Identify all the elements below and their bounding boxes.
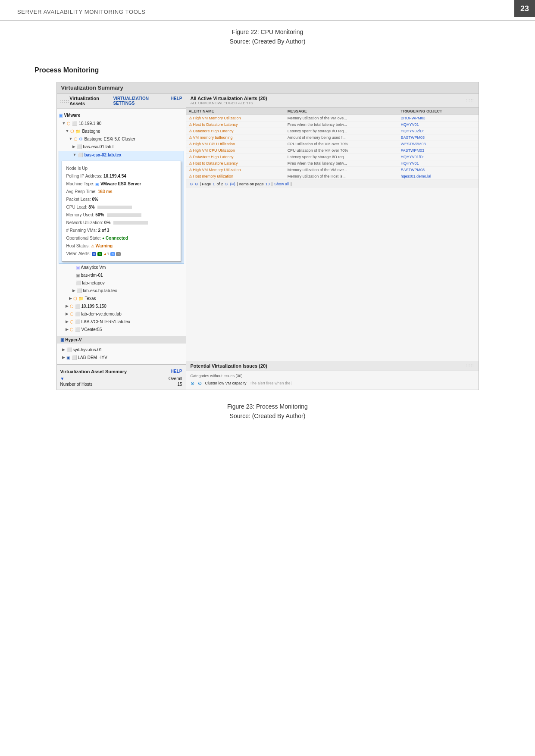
col-message: MESSAGE [285,108,398,115]
table-row[interactable]: ⚠Host to Datastore Latency Fires when th… [186,160,479,167]
warning-icon: ⚠ [189,129,192,133]
alert-object-cell: HQHYV01 [398,122,478,128]
lab-netapov-label: lab-netapov [82,280,105,287]
tooltip-memory: 50% [95,212,104,217]
tree-lab-netapov[interactable]: ⬜ lab-netapov [59,279,184,287]
hyperv-section: ▣ Hyper-V [57,336,186,344]
pag-nav2[interactable]: (∞) [230,182,235,186]
pag-sep: | Items on page [237,182,264,186]
tree-analytics-vm[interactable]: ▣ Analytics Vm [59,264,184,272]
tree-lab-dem-vc[interactable]: ▶ ⬡ ⬜ lab-dem-vc.demo.lab [59,310,184,318]
hyperv-tree: ▶ ⬜ syd-hyv-dus-01 ▶ ▣ ⬜ LAB-DEM-HYV [57,344,186,364]
table-row[interactable]: ⚠High VM Memory Utilization Memory utili… [186,115,479,122]
table-row[interactable]: ⚠High VM Memory Utilization Memory utili… [186,167,479,173]
pag-sep3: | [291,182,291,186]
tree-syd-hyv[interactable]: ▶ ⬜ syd-hyv-dus-01 [59,346,184,354]
pag-show-all[interactable]: Show all [274,182,289,186]
table-row[interactable]: ⚠Datastore High Latency Latency spent by… [186,128,479,134]
tooltip-op-state: Connected [106,236,128,241]
lab-esx-hp-label: lab-esx-hp.lab.tex [83,287,117,294]
figure22-section: Figure 22: CPU Monitoring Source: (Creat… [34,28,501,45]
tree-lab-dem-hyv[interactable]: ▶ ▣ ⬜ LAB-DEM-HYV [59,354,184,362]
alert-message-cell: Memory utilization of the VM ove... [285,167,398,173]
host-5150-label: 10.199.5.150 [81,303,106,310]
alert-name-cell: ⚠Host to Datastore Latency [186,160,285,167]
help-link[interactable]: HELP [171,96,182,106]
tooltip-polling-ip: 10.199.4.54 [103,174,126,178]
table-row[interactable]: ⚠High VM CPU Utilization CPU utilization… [186,141,479,147]
table-row[interactable]: ⚠Datastore High Latency Latency spent by… [186,154,479,160]
tree-host-5150[interactable]: ▶ ⬡ ⬜ 10.199.5.150 [59,303,184,310]
hosts-label: Number of Hosts [60,382,93,387]
tree-host-1990[interactable]: ▼ ⬡ ⬜ 10.199.1.90 [59,120,184,128]
alerts-table: ALERT NAME MESSAGE TRIGGERING OBJECT ⚠Hi… [186,108,479,180]
table-row[interactable]: ⚠Host to Datastore Latency Fires when th… [186,122,479,128]
tree-bas-rdm-01[interactable]: ▣ bas-rdm-01 [59,272,184,279]
alert-object-cell: WESTWPM03 [398,141,478,147]
alert-message-cell: Memory utilization of the Host is... [285,173,398,180]
tree-vcenter55[interactable]: ▶ ⬡ ⬜ VCenter55 [59,326,184,334]
col-alert-name: ALERT NAME [186,108,285,115]
tooltip-packet-loss: 0% [92,197,98,202]
bas-esx-02-label: bas-esx-02.lab.tex [84,152,121,159]
tree-bas-esx-02[interactable]: ▼ ⬜ bas-esx-02.lab.tex [59,151,184,159]
issue-desc-1: The alert fires when the | [250,381,293,385]
vcenter55-label: VCenter55 [81,326,102,333]
lab-dem-hyv-label: LAB-DEM-HYV [78,354,107,361]
alerts-panel: All Active Virtualization Alerts (20) AL… [186,94,479,361]
alert-message-cell: CPU utilization of the VM over 70% [285,147,398,154]
asset-summary-help[interactable]: HELP [171,369,182,374]
tooltip-host-status: Warning [96,244,113,248]
analytics-vm-label: Analytics Vm [81,264,106,271]
tree-vmware[interactable]: ▣ VMware [59,111,184,120]
tree-lab-esx-hp[interactable]: ▶ ⬜ lab-esx-hp.lab.tex [59,287,184,295]
col-triggering-object: TRIGGERING OBJECT [398,108,478,115]
alerts-subtitle: ALL UNACKNOWLEDGED ALERTS [191,101,267,105]
tree-bastogne-cluster[interactable]: ▼ ⬡ ⚙ Bastogne ESXi 5.0 Cluster [59,135,184,143]
pag-left2[interactable]: ⊙ [195,182,198,186]
alert-object-cell: BROFWPM03 [398,115,478,122]
pag-current[interactable]: 1 [213,182,215,186]
bastogne-label: Bastogne [82,128,100,135]
alerts-title: All Active Virtualization Alerts (20) [191,96,267,101]
tooltip-machine-type: VMware ESX Server [100,181,141,186]
process-monitoring-heading: Process Monitoring [34,66,501,74]
hosts-row: Number of Hosts 15 [60,381,182,387]
bastogne-cluster-label: Bastogne ESXi 5.0 Cluster [84,136,135,143]
tree-bas-esx-02-container: ▼ ⬜ bas-esx-02.lab.tex Node is Up Pollin… [59,151,184,264]
tree-texas[interactable]: ▶ ⬡ 📁 Texas [59,295,184,303]
tree-lab-vcenter51[interactable]: ▶ ⬡ ⬜ LAB-VCENTER51.lab.tex [59,318,184,326]
issue-name-1: Cluster low VM capacity [205,381,247,385]
alert-name-cell: ⚠Datastore High Latency [186,154,285,160]
asset-summary-panel: Virtualization Asset Summary HELP ▼ Over… [57,364,186,390]
issues-header: Potential Virtualization Issues (20) :::… [186,361,479,371]
alert-name-cell: ⚠High VM Memory Utilization [186,115,285,122]
alerts-header: All Active Virtualization Alerts (20) AL… [186,94,479,108]
tree-bastogne[interactable]: ▼ ⬡ 📁 Bastogne [59,128,184,135]
table-row[interactable]: ⚠Host memory utilization Memory utilizat… [186,173,479,180]
tooltip-network: 0% [104,220,110,225]
figure23-section: Figure 23: Process Monitoring Source: (C… [34,403,501,419]
alert-object-cell: EASTWPM03 [398,134,478,141]
pag-nav1[interactable]: ⊙ [225,182,228,186]
figure22-caption: Figure 22: CPU Monitoring [34,28,501,35]
warning-icon: ⚠ [189,122,192,127]
issue-row-1: ⊙ ⊙ Cluster low VM capacity The alert fi… [191,380,474,387]
issues-categories: Categories without issues (30) [191,374,474,378]
alert-message-cell: Amount of memory being used f... [285,134,398,141]
alert-name-cell: ⚠VM memory ballooning [186,134,285,141]
tree-bas-esx-01[interactable]: ▶ ⬜ bas-esx-01.lab.t [59,143,184,151]
virt-settings-link[interactable]: VIRTUALIZATION SETTINGS [113,96,167,106]
asset-summary-title: Virtualization Asset Summary HELP [60,367,182,376]
alert-object-cell: HQHYV02/D: [398,128,478,134]
panel-links[interactable]: VIRTUALIZATION SETTINGS HELP [113,96,182,106]
table-row[interactable]: ⚠High VM CPU Utilization CPU utilization… [186,147,479,154]
widget-title: Virtualization Summary [57,82,479,94]
pag-items[interactable]: 10 [266,182,270,186]
tooltip-vms: 2 of 3 [98,228,109,233]
pag-left1[interactable]: ⊙ [190,182,193,186]
table-row[interactable]: ⚠VM memory ballooning Amount of memory b… [186,134,479,141]
overall-toggle[interactable]: ▼ [60,376,65,381]
alert-object-cell: FASTWPM03 [398,147,478,154]
warning-icon: ⚠ [189,161,192,166]
